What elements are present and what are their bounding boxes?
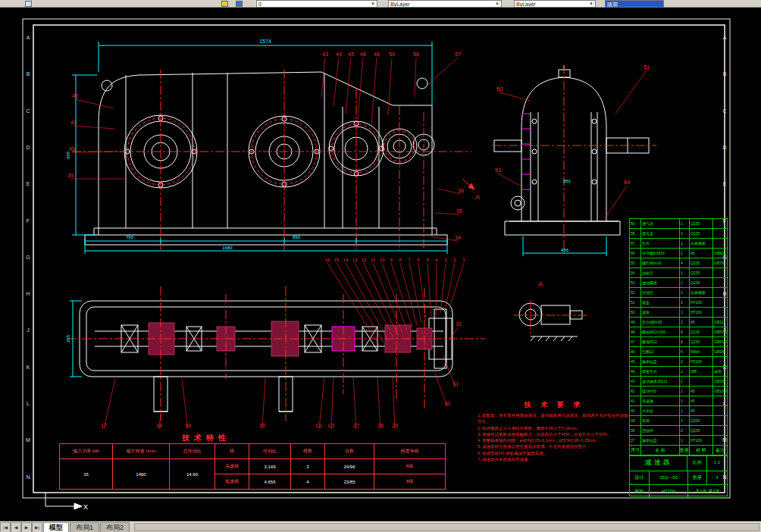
parts-cell: 41	[630, 396, 641, 405]
drawing-label: 14	[343, 258, 349, 262]
leader-line	[377, 377, 380, 429]
parts-cell: 键16×63	[641, 386, 680, 396]
tab-nav-last[interactable]: ▶|	[32, 522, 42, 532]
layer-combobox-value: 0	[258, 2, 261, 7]
parts-cell: 6	[680, 347, 690, 356]
parts-cell: 2	[680, 318, 690, 327]
drawing-label: 51	[644, 64, 650, 70]
parts-cell: 石棉橡胶	[690, 239, 713, 248]
tab-layout2[interactable]: 布局2	[100, 522, 130, 532]
parts-cell	[713, 229, 727, 238]
parts-cell	[713, 357, 727, 366]
chevron-down-icon[interactable]: ▼	[371, 1, 375, 8]
parts-cell	[690, 377, 713, 386]
file-icon[interactable]	[25, 1, 32, 7]
tab-nav-prev[interactable]: ◀	[11, 522, 21, 532]
parts-cell: 2	[680, 426, 690, 435]
top-toolbar: 0▼ ByLayer▼ ByLayer▼ 随层	[0, 0, 761, 8]
parts-cell: 调整垫片	[641, 367, 680, 376]
design-label: 设计	[630, 471, 650, 484]
parts-cell: HT200	[690, 308, 713, 317]
layer-icon[interactable]	[236, 1, 243, 7]
parts-cell: 箱盖	[641, 298, 680, 307]
drawing-label: C2	[328, 423, 335, 428]
parts-cell: GB825	[713, 249, 727, 258]
parts-row: 51箱盖1HT200	[630, 298, 727, 308]
tab-layout1[interactable]: 布局1	[70, 522, 99, 532]
title-block: 减速器 比例 1:2 设计 JSQ—00 数量 1 审核 HT200 共1张 第…	[629, 455, 728, 496]
color-combobox[interactable]: ByLayer▼	[388, 0, 502, 8]
parts-cell: GB1096	[713, 386, 727, 396]
drawing-label: 50	[496, 86, 503, 92]
chevron-down-icon[interactable]: ▼	[495, 1, 500, 8]
tech-req-line: 4. 调整轴承轴向间隙：φ40为0.05~0.1mm，φ55为0.08~0.15…	[478, 437, 631, 443]
parts-cell: GB297	[713, 377, 727, 386]
parts-cell	[713, 396, 727, 405]
parts-row: 38挡油环2Q235	[630, 426, 727, 436]
tech-req-line: 7. 减速器外表面涂灰色油漆。	[478, 456, 631, 462]
drawing-label: 10	[380, 258, 385, 262]
parts-cell: 45	[690, 249, 713, 258]
tab-nav-first[interactable]: |◀	[0, 522, 11, 532]
parts-row: 46垫圈12665MnGB93	[630, 347, 727, 357]
leader-line	[449, 263, 464, 308]
parts-cell: 轴承端盖	[641, 357, 680, 366]
drawing-viewport[interactable]: 43444546485958574241403936353450515354AA…	[0, 8, 761, 521]
color-swatch-icon[interactable]	[221, 1, 228, 7]
side-view	[494, 65, 649, 235]
parts-cell	[713, 219, 727, 228]
parts-cell: 47	[630, 337, 641, 346]
parts-cell: GB6170	[713, 337, 727, 346]
parts-cell: 65Mn	[690, 347, 713, 356]
chevron-down-icon[interactable]: ▼	[589, 1, 593, 8]
linetype-combobox[interactable]: ByLayer▼	[514, 0, 596, 8]
parts-row: 47螺母M126Q235GB6170	[630, 337, 727, 347]
parts-cell	[713, 308, 727, 317]
parts-cell: 45	[690, 386, 713, 396]
lineweight-combobox[interactable]: 随层	[605, 0, 664, 8]
parts-cell	[713, 239, 727, 248]
parts-row: 55螺钉M6×164Q235GB70	[630, 258, 727, 268]
parts-cell: 08F	[690, 367, 713, 376]
ts-s1-i: 3.149	[249, 459, 291, 474]
tab-model[interactable]: 模型	[43, 522, 69, 532]
parts-cell: Q235	[690, 278, 713, 287]
drawing-label: 9	[390, 258, 393, 262]
drawing-label: M	[26, 437, 30, 443]
ts-speed: 1460	[113, 459, 170, 490]
parts-cell: 套筒	[641, 416, 680, 425]
parts-cell: 48	[630, 327, 641, 336]
parts-cell: 吊环螺钉M10	[641, 249, 680, 258]
leader-line	[371, 58, 377, 126]
drawing-label: 11	[371, 258, 376, 262]
tab-nav-next[interactable]: ▶	[21, 522, 32, 532]
layer-combobox[interactable]: 0▼	[256, 0, 377, 8]
ts-h-module: 模数	[291, 444, 325, 459]
leader-line	[75, 99, 114, 108]
leader-line	[364, 263, 398, 335]
parts-cell: GB70	[713, 258, 727, 268]
parts-cell: 垫片	[641, 239, 680, 248]
drawing-label: 45	[348, 52, 354, 57]
parts-row: 48螺栓M12×1006Q235GB5782	[630, 327, 727, 337]
parts-cell: 46	[630, 347, 641, 356]
ts-s2-acc: 8级	[374, 474, 446, 490]
drawing-label: N	[26, 474, 30, 480]
drawing-label: 20	[259, 423, 265, 428]
parts-row: 49定位销8×35245GB117	[630, 318, 727, 327]
sheet-info: 共1张 第1张	[688, 485, 727, 498]
parts-cell: 45	[690, 318, 713, 327]
drawing-label: C	[722, 108, 726, 114]
tech-req-line: 6. 箱座内装HJ-30机械油至规定高度。	[478, 450, 631, 456]
drawing-label: 5	[426, 258, 429, 262]
parts-row: 53放油螺塞1Q235	[630, 278, 727, 288]
parts-cell: 螺母M12	[641, 337, 680, 346]
leader-line	[319, 377, 324, 429]
leader-line	[500, 92, 531, 101]
parts-cell	[713, 416, 727, 425]
drawing-label: 486	[561, 248, 569, 252]
drawing-label: B	[27, 71, 30, 77]
horizontal-scrollbar[interactable]	[134, 523, 759, 531]
parts-cell: 55	[630, 258, 641, 268]
drawing-label: 12	[362, 258, 367, 262]
